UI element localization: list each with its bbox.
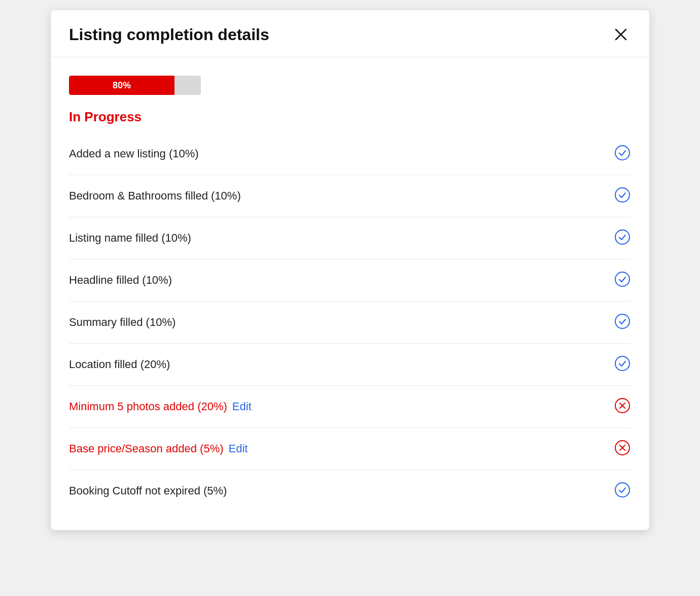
- item-text-container: Added a new listing (10%): [69, 147, 199, 160]
- listing-completion-modal: Listing completion details 80% In Progre…: [51, 10, 649, 530]
- svg-point-2: [615, 146, 629, 160]
- check-complete-icon-location: [614, 355, 631, 372]
- checklist-item: Booking Cutoff not expired (5%): [69, 470, 631, 512]
- checklist-item: Minimum 5 photos added (20%)Edit: [69, 386, 631, 428]
- close-button[interactable]: [611, 24, 631, 45]
- checklist-item: Summary filled (10%): [69, 302, 631, 344]
- svg-point-4: [615, 230, 629, 244]
- svg-point-14: [615, 483, 629, 497]
- item-text-booking-cutoff: Booking Cutoff not expired (5%): [69, 484, 227, 497]
- item-text-listing-name: Listing name filled (10%): [69, 231, 191, 244]
- check-complete-icon-listing-name: [614, 228, 631, 246]
- check-complete-icon-headline: [614, 271, 631, 288]
- item-text-bedroom-bathrooms: Bedroom & Bathrooms filled (10%): [69, 189, 241, 202]
- item-text-photos: Minimum 5 photos added (20%): [69, 400, 227, 413]
- item-text-container: Listing name filled (10%): [69, 231, 191, 245]
- item-text-container: Summary filled (10%): [69, 316, 176, 329]
- checklist-item: Added a new listing (10%): [69, 133, 631, 175]
- checklist-item: Base price/Season added (5%)Edit: [69, 428, 631, 470]
- item-text-base-price: Base price/Season added (5%): [69, 442, 224, 455]
- item-text-container: Minimum 5 photos added (20%)Edit: [69, 400, 252, 413]
- modal-title: Listing completion details: [69, 25, 269, 44]
- check-incomplete-icon-photos: [614, 397, 631, 414]
- item-text-new-listing: Added a new listing (10%): [69, 147, 199, 160]
- progress-label: 80%: [113, 80, 131, 91]
- progress-bar-inner: 80%: [69, 76, 174, 95]
- svg-point-6: [615, 314, 629, 328]
- checklist-item: Listing name filled (10%): [69, 217, 631, 259]
- status-label: In Progress: [69, 109, 631, 125]
- item-text-container: Base price/Season added (5%)Edit: [69, 442, 248, 455]
- check-complete-icon-bedroom-bathrooms: [614, 186, 631, 204]
- progress-bar-outer: 80%: [69, 76, 201, 95]
- item-text-container: Bedroom & Bathrooms filled (10%): [69, 189, 241, 203]
- item-text-summary: Summary filled (10%): [69, 316, 176, 328]
- svg-point-5: [615, 272, 629, 286]
- svg-point-3: [615, 188, 629, 202]
- check-complete-icon-booking-cutoff: [614, 481, 631, 499]
- progress-container: 80%: [69, 76, 631, 95]
- checklist-item: Bedroom & Bathrooms filled (10%): [69, 175, 631, 217]
- check-complete-icon-summary: [614, 313, 631, 330]
- checklist: Added a new listing (10%) Bedroom & Bath…: [69, 133, 631, 512]
- item-text-location: Location filled (20%): [69, 358, 170, 371]
- svg-point-7: [615, 356, 629, 371]
- check-complete-icon-new-listing: [614, 144, 631, 161]
- check-incomplete-icon-base-price: [614, 439, 631, 456]
- item-text-container: Booking Cutoff not expired (5%): [69, 484, 227, 498]
- checklist-item: Location filled (20%): [69, 344, 631, 386]
- item-edit-link-photos[interactable]: Edit: [232, 400, 252, 413]
- modal-body: 80% In Progress Added a new listing (10%…: [51, 57, 649, 530]
- item-text-container: Headline filled (10%): [69, 274, 172, 287]
- item-text-headline: Headline filled (10%): [69, 274, 172, 286]
- close-icon: [613, 26, 629, 43]
- item-edit-link-base-price[interactable]: Edit: [229, 442, 248, 455]
- item-text-container: Location filled (20%): [69, 358, 170, 371]
- modal-header: Listing completion details: [51, 10, 649, 57]
- checklist-item: Headline filled (10%): [69, 259, 631, 302]
